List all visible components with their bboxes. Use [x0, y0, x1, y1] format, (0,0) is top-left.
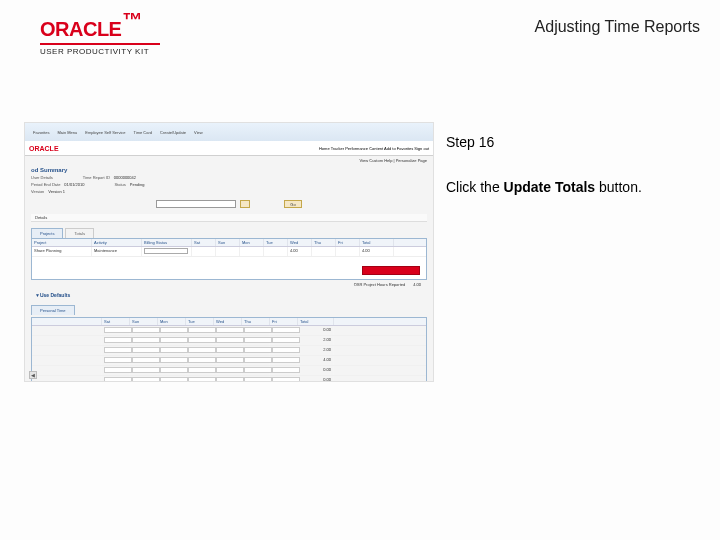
personal-time-tab[interactable]: Personal Time	[31, 305, 75, 315]
billing-select[interactable]	[144, 248, 188, 254]
app-header-links: Home Tracker Performance Content Add to …	[319, 146, 429, 151]
projects-tab[interactable]: Projects	[31, 228, 63, 238]
document-title: Adjusting Time Reports	[535, 18, 700, 36]
app-screenshot: FavoritesMain MenuEmployee Self ServiceT…	[24, 122, 434, 382]
table-row: Share Planning Maintenance 4.00 4.00	[32, 247, 426, 257]
scroll-left-icon[interactable]: ◀	[29, 371, 37, 379]
instruction-text: Click the Update Totals button.	[446, 178, 700, 198]
project-hours-label: OSR Project Hours Reported	[354, 282, 406, 287]
upk-subtitle: USER PRODUCTIVITY KIT	[40, 47, 160, 56]
select-picker-icon[interactable]	[240, 200, 250, 208]
add-select[interactable]	[156, 200, 236, 208]
totals-tab[interactable]: Totals	[65, 228, 93, 238]
app-logo: ORACLE	[29, 145, 59, 152]
list-item: 2.00	[32, 336, 426, 346]
personalize-bar: View Custom Help | Personalize Page	[25, 156, 433, 163]
project-hours-value: 4.00	[413, 282, 421, 287]
oracle-wordmark: ORACLE	[40, 18, 121, 41]
details-collapse[interactable]: Details	[31, 214, 427, 222]
go-button[interactable]: Go	[284, 200, 302, 208]
list-item: 0.00	[32, 326, 426, 336]
trademark-symbol: ™	[122, 9, 142, 32]
step-label: Step 16	[446, 134, 700, 150]
section-title: od Summary	[31, 167, 427, 173]
projects-grid: ProjectActivityBilling StatusSatSunMonTu…	[31, 238, 427, 280]
oracle-upk-logo: ORACLE ™ USER PRODUCTIVITY KIT	[40, 18, 160, 56]
use-defaults-header[interactable]: ▼Use Defaults	[31, 289, 427, 299]
list-item: 4.00	[32, 356, 426, 366]
logo-underline	[40, 43, 160, 45]
list-item: 0.00	[32, 376, 426, 382]
highlighted-action-button[interactable]	[362, 266, 420, 275]
personal-time-grid: SatSunMonTueWedThuFriTotal 0.00 2.00 2.0…	[31, 317, 427, 382]
list-item: 2.00	[32, 346, 426, 356]
list-item: 0.00	[32, 366, 426, 376]
breadcrumb: FavoritesMain MenuEmployee Self ServiceT…	[25, 123, 433, 141]
